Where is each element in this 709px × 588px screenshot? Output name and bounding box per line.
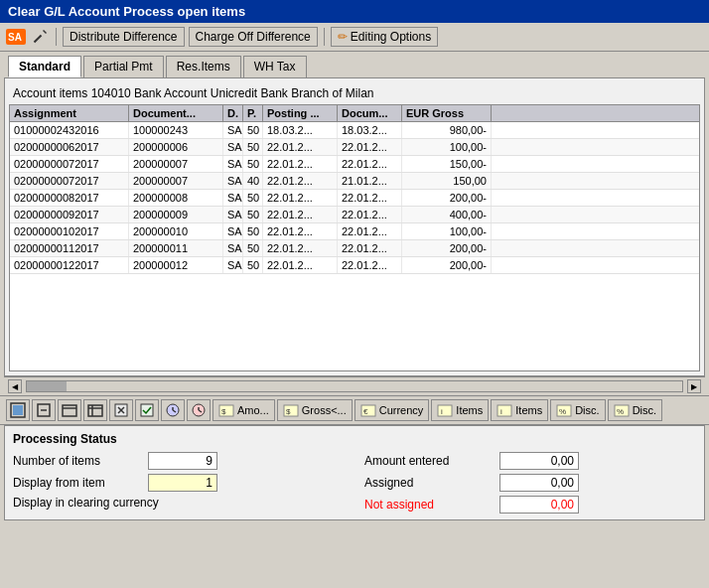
table-row[interactable]: 01000002432016100000243SA5018.03.2...18.… — [10, 122, 699, 139]
table-cell: SA — [223, 139, 243, 155]
table-row[interactable]: 02000000062017200000006SA5022.01.2...22.… — [10, 139, 699, 156]
btn-icon-2[interactable] — [32, 399, 56, 421]
table-cell: 22.01.2... — [338, 240, 402, 256]
btn-icon-1[interactable] — [6, 399, 30, 421]
table-cell: 22.01.2... — [338, 257, 402, 273]
disc1-button[interactable]: % Disc. — [550, 399, 605, 421]
table-cell: 22.01.2... — [338, 139, 402, 155]
btn-icon-8[interactable] — [187, 399, 211, 421]
table-cell: 22.01.2... — [338, 190, 402, 206]
svg-text:%: % — [559, 407, 566, 416]
amo-button[interactable]: $ Amo... — [213, 399, 275, 421]
table-row[interactable]: 02000000072017200000007SA5022.01.2...22.… — [10, 156, 699, 173]
table-cell: 02000000092017 — [10, 207, 129, 222]
table-cell: 40 — [243, 173, 263, 189]
table-cell: SA — [223, 122, 243, 138]
col-p: P. — [243, 105, 263, 121]
col-eur-gross: EUR Gross — [402, 105, 492, 121]
table-row[interactable]: 02000000082017200000008SA5022.01.2...22.… — [10, 190, 699, 207]
table-cell: 50 — [243, 139, 263, 155]
table-cell: SA — [223, 190, 243, 206]
items1-button[interactable]: i Items — [431, 399, 489, 421]
currency-button[interactable]: € Currency — [354, 399, 430, 421]
table-cell: 50 — [243, 240, 263, 256]
table-row[interactable]: 02000000092017200000009SA5022.01.2...22.… — [10, 207, 699, 223]
tab-wh-tax[interactable]: WH Tax — [243, 56, 307, 77]
assigned-label: Assigned — [364, 476, 494, 490]
svg-rect-8 — [63, 405, 76, 416]
table-cell: 22.01.2... — [263, 240, 338, 256]
table-cell: 200000010 — [129, 223, 223, 239]
table-row[interactable]: 02000000122017200000012SA5022.01.2...22.… — [10, 257, 699, 274]
table-cell: 200000012 — [129, 257, 223, 273]
table-cell: 22.01.2... — [263, 139, 338, 155]
table-cell: 50 — [243, 207, 263, 222]
table-cell: 02000000062017 — [10, 139, 129, 155]
col-document: Document... — [129, 105, 223, 121]
svg-text:$: $ — [221, 407, 226, 416]
table-cell: 400,00- — [402, 207, 492, 222]
table-cell: 02000000112017 — [10, 240, 129, 256]
col-assignment: Assignment — [10, 105, 129, 121]
num-items-value: 9 — [148, 452, 217, 470]
scroll-track[interactable] — [26, 380, 683, 392]
table-cell: SA — [223, 223, 243, 239]
tab-bar: Standard Partial Pmt Res.Items WH Tax — [0, 52, 709, 77]
processing-status-title: Processing Status — [13, 432, 696, 446]
table-cell: 200000007 — [129, 156, 223, 172]
svg-text:%: % — [617, 407, 624, 416]
gross-button[interactable]: $ Gross<... — [277, 399, 353, 421]
table-cell: 02000000122017 — [10, 257, 129, 273]
svg-marker-3 — [43, 30, 47, 34]
table-row[interactable]: 02000000102017200000010SA5022.01.2...22.… — [10, 223, 699, 240]
items-table: Assignment Document... D. P. Posting ...… — [9, 104, 700, 371]
table-cell: 22.01.2... — [263, 190, 338, 206]
table-empty-rows — [10, 331, 699, 370]
scroll-left-button[interactable]: ◀ — [8, 379, 22, 393]
tab-partial-pmt[interactable]: Partial Pmt — [83, 56, 164, 77]
main-toolbar: SA Distribute Difference Charge Off Diff… — [0, 23, 709, 52]
svg-rect-16 — [141, 404, 153, 416]
amount-entered-row: Amount entered 0,00 — [364, 452, 696, 470]
table-cell: 22.01.2... — [338, 223, 402, 239]
table-cell: 02000000082017 — [10, 190, 129, 206]
display-from-input[interactable] — [148, 474, 217, 492]
title-bar: Clear G/L Account Process open items — [0, 0, 709, 23]
tab-standard[interactable]: Standard — [8, 56, 81, 77]
btn-icon-4[interactable] — [83, 399, 107, 421]
distribute-difference-button[interactable]: Distribute Difference — [63, 27, 185, 47]
btn-icon-6[interactable] — [135, 399, 159, 421]
tab-res-items[interactable]: Res.Items — [166, 56, 241, 77]
table-row[interactable]: 02000000072017200000007SA4022.01.2...21.… — [10, 173, 699, 190]
edit-icon[interactable] — [30, 27, 50, 47]
table-row[interactable]: 02000000112017200000011SA5022.01.2...22.… — [10, 240, 699, 257]
table-header: Assignment Document... D. P. Posting ...… — [10, 105, 699, 122]
table-cell: 200000011 — [129, 240, 223, 256]
window-title: Clear G/L Account Process open items — [8, 4, 245, 19]
table-cell: 200000007 — [129, 173, 223, 189]
editing-options-button[interactable]: ✏ Editing Options — [331, 27, 438, 47]
table-cell: SA — [223, 173, 243, 189]
table-cell: 100,00- — [402, 223, 492, 239]
not-assigned-label: Not assigned — [364, 498, 494, 512]
table-cell: 100000243 — [129, 122, 223, 138]
toolbar-separator-2 — [324, 28, 325, 46]
table-cell: 22.01.2... — [263, 207, 338, 222]
table-cell: 02000000072017 — [10, 156, 129, 172]
table-cell: 50 — [243, 156, 263, 172]
svg-rect-2 — [34, 35, 42, 43]
table-cell: 22.01.2... — [263, 173, 338, 189]
charge-off-difference-button[interactable]: Charge Off Difference — [189, 27, 318, 47]
scroll-thumb[interactable] — [27, 381, 67, 391]
pencil-icon: ✏ — [338, 30, 348, 44]
table-cell: 18.03.2... — [338, 122, 402, 138]
disc2-button[interactable]: % Disc. — [608, 399, 662, 421]
btn-icon-7[interactable] — [161, 399, 185, 421]
scroll-right-button[interactable]: ▶ — [687, 379, 701, 393]
table-cell: 50 — [243, 122, 263, 138]
not-assigned-value: 0,00 — [499, 496, 579, 514]
btn-icon-3[interactable] — [58, 399, 81, 421]
btn-icon-5[interactable] — [109, 399, 133, 421]
items2-button[interactable]: i Items — [491, 399, 548, 421]
table-cell: 150,00 — [402, 173, 492, 189]
